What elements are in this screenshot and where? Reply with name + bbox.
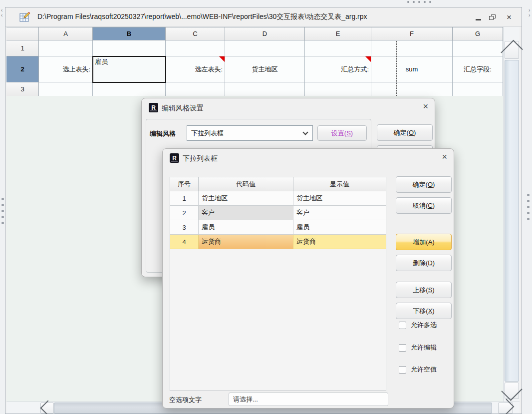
table-row[interactable]: 1 货主地区 货主地区 <box>170 191 386 206</box>
raqsoft-logo-icon: R <box>149 103 158 112</box>
close-icon[interactable]: × <box>423 102 428 111</box>
dock-handle-dots-icon[interactable] <box>407 1 431 3</box>
cell-g3[interactable] <box>453 82 503 96</box>
move-up-button[interactable]: 上移(S) <box>396 282 452 298</box>
column-header-a[interactable]: A <box>39 27 93 40</box>
cell-g1[interactable] <box>453 40 503 56</box>
cell-e3[interactable] <box>305 82 371 96</box>
checkbox-icon[interactable] <box>399 366 406 374</box>
allow-multiselect-checkbox-row[interactable]: 允许多选 <box>399 321 437 330</box>
cell-f2[interactable]: sum <box>371 56 453 82</box>
cell-b1[interactable] <box>93 40 166 56</box>
row-code[interactable]: 雇员 <box>199 220 293 235</box>
table-row[interactable]: 3 雇员 雇员 <box>170 220 386 235</box>
application-window: ‹‹ ›› D:\Program Files\raqsoft20250327\r… <box>0 0 532 414</box>
cell-g2[interactable]: 汇总字段: <box>453 56 503 82</box>
cell-a3[interactable] <box>39 82 93 96</box>
cell-b2-selected[interactable]: 雇员 <box>93 56 166 82</box>
cell-e1[interactable] <box>305 40 371 56</box>
row-no: 2 <box>170 206 199 220</box>
checkbox-icon[interactable] <box>399 322 406 329</box>
column-header-e[interactable]: E <box>305 27 371 40</box>
dialog-title: 下拉列表框 <box>183 154 218 163</box>
raqsoft-logo-icon: R <box>170 153 179 163</box>
row-no: 1 <box>170 191 199 206</box>
scroll-down-button[interactable] <box>505 383 519 399</box>
row-display[interactable]: 货主地区 <box>293 191 386 206</box>
cell-f1[interactable] <box>371 40 453 56</box>
right-edge-chevrons-icon: ›› <box>529 8 530 18</box>
chevron-right-icon <box>496 399 514 414</box>
row-header-1[interactable]: 1 <box>6 40 39 56</box>
chevron-up-icon <box>501 39 523 62</box>
code-display-table: 序号 代码值 显示值 1 货主地区 货主地区 2 客户 客户 3 雇员 雇员 4 <box>170 177 386 391</box>
table-row-selected[interactable]: 4 运货商 运货商 <box>170 235 386 249</box>
column-header-c[interactable]: C <box>166 27 225 40</box>
column-header-d[interactable]: D <box>225 27 305 40</box>
document-path-title: D:\Program Files\raqsoft20250327\report\… <box>37 12 367 21</box>
row-code-selected[interactable]: 运货商 <box>199 235 293 249</box>
allow-edit-checkbox-row[interactable]: 允许编辑 <box>399 343 437 352</box>
delete-button[interactable]: 删除(D) <box>396 255 452 271</box>
row-code[interactable]: 客户 <box>199 206 293 220</box>
row-display[interactable]: 客户 <box>293 206 386 220</box>
row-display[interactable]: 运货商 <box>293 235 386 249</box>
cell-a1[interactable] <box>39 40 93 56</box>
column-header-b-selected[interactable]: B <box>93 27 166 40</box>
cell-d2[interactable]: 货主地区 <box>225 56 305 82</box>
dialog-title: 编辑风格设置 <box>162 104 204 113</box>
row-code[interactable]: 货主地区 <box>199 191 293 206</box>
cell-b3[interactable] <box>93 82 166 96</box>
row-no: 4 <box>170 235 199 249</box>
document-titlebar: D:\Program Files\raqsoft20250327\report\… <box>5 7 522 26</box>
cell-e2-text: 汇总方式: <box>341 65 369 74</box>
cancel-button[interactable]: 取消(C) <box>396 197 452 214</box>
cell-c2-text: 选左表头: <box>195 65 223 74</box>
grid-corner-header[interactable] <box>6 27 39 40</box>
table-header-row: 序号 代码值 显示值 <box>170 177 386 191</box>
cell-e2[interactable]: 汇总方式: <box>305 56 371 82</box>
checkbox-icon[interactable] <box>399 344 406 352</box>
chevron-down-icon <box>501 380 522 401</box>
allow-null-checkbox-row[interactable]: 允许空值 <box>399 365 437 374</box>
cell-d1[interactable] <box>225 40 305 56</box>
ok-button[interactable]: 确定(O) <box>396 176 452 193</box>
minimize-button[interactable] <box>472 7 485 26</box>
vertical-scrollbar[interactable] <box>503 27 520 402</box>
ok-button[interactable]: 确定(O) <box>377 124 433 141</box>
cell-f3[interactable] <box>371 82 453 96</box>
cell-c2[interactable]: 选左表头: <box>166 56 225 82</box>
settings-button[interactable]: 设置(S) <box>317 125 367 141</box>
column-header-f[interactable]: F <box>371 27 453 40</box>
column-header-code: 代码值 <box>199 177 293 191</box>
restore-icon <box>489 14 496 20</box>
close-button[interactable]: × <box>503 7 516 26</box>
row-no: 3 <box>170 220 199 235</box>
dropdown-listbox-dialog: R 下拉列表框 × 序号 代码值 显示值 1 货主地区 货主地区 2 客户 客户… <box>162 148 454 409</box>
cell-c3[interactable] <box>166 82 225 96</box>
edit-style-label: 编辑风格 <box>150 129 176 138</box>
scroll-right-button[interactable] <box>498 403 513 414</box>
column-header-display: 显示值 <box>293 177 386 191</box>
move-down-button[interactable]: 下移(X) <box>396 303 452 319</box>
column-header-g[interactable]: G <box>453 27 503 40</box>
left-resize-grip-icon[interactable] <box>1 198 4 224</box>
row-header-3[interactable]: 3 <box>6 82 39 96</box>
table-row[interactable]: 2 客户 客户 <box>170 206 386 220</box>
row-header-2-selected[interactable]: 2 <box>6 56 39 82</box>
right-resize-grip-icon[interactable] <box>527 194 530 220</box>
empty-option-text-input[interactable] <box>229 393 388 406</box>
scroll-left-button[interactable] <box>40 403 54 414</box>
scroll-up-button[interactable] <box>505 41 519 59</box>
close-icon[interactable]: × <box>442 152 447 161</box>
page-break-dashed-line <box>396 41 397 96</box>
vertical-scrollbar-thumb[interactable] <box>505 60 519 382</box>
edit-style-dropdown[interactable]: 下拉列表框 <box>187 125 313 141</box>
row-display[interactable]: 雇员 <box>293 220 386 235</box>
cell-d3[interactable] <box>225 82 305 96</box>
restore-button[interactable] <box>486 7 499 26</box>
note-flag-icon <box>219 56 225 62</box>
add-button[interactable]: 增加(A) <box>396 234 452 250</box>
cell-c1[interactable] <box>166 40 225 56</box>
cell-a2[interactable]: 选上表头: <box>39 56 93 82</box>
